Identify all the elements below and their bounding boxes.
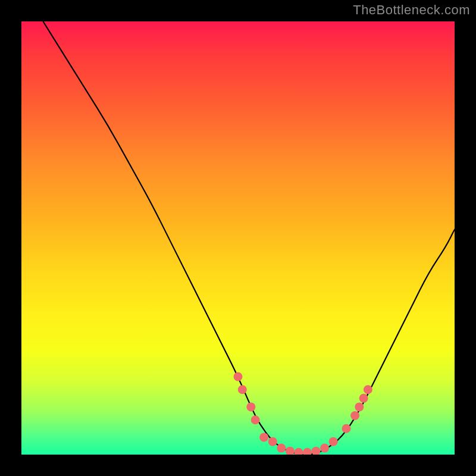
data-marker	[329, 437, 338, 446]
data-marker	[342, 424, 351, 433]
curve-line	[43, 21, 455, 455]
data-marker	[234, 372, 243, 381]
data-marker	[268, 437, 277, 446]
data-marker	[359, 394, 368, 403]
chart-frame: TheBottleneck.com	[0, 0, 476, 476]
watermark-text: TheBottleneck.com	[353, 2, 470, 18]
data-marker	[246, 402, 255, 411]
data-marker	[364, 385, 372, 394]
data-marker	[259, 433, 268, 441]
data-marker	[251, 415, 260, 424]
data-marker	[355, 402, 364, 411]
bottleneck-curve	[21, 21, 455, 455]
data-marker	[350, 411, 359, 420]
plot-area	[21, 21, 455, 455]
data-marker	[320, 444, 329, 453]
data-marker	[303, 448, 312, 455]
data-marker	[238, 385, 247, 394]
data-marker	[277, 444, 286, 453]
data-marker	[294, 448, 303, 455]
data-marker	[312, 447, 321, 455]
data-marker	[286, 447, 295, 455]
